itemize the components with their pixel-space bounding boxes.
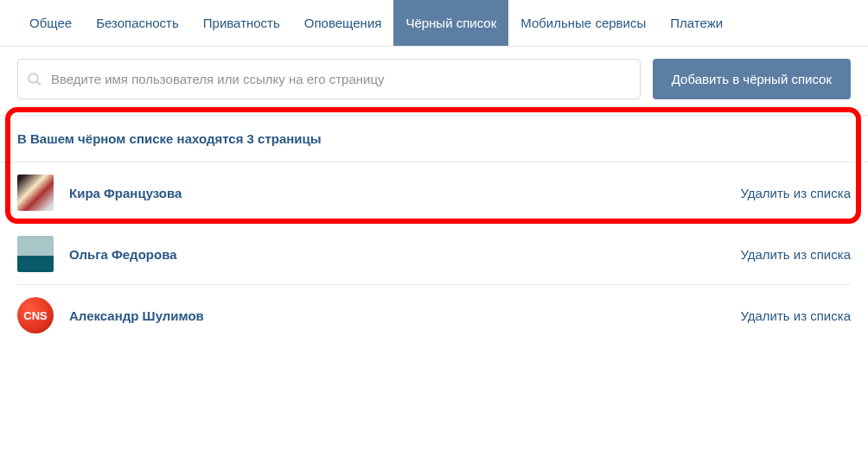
avatar[interactable] bbox=[17, 175, 54, 211]
user-name-link[interactable]: Александр Шулимов bbox=[69, 308, 740, 323]
user-name-link[interactable]: Ольга Федорова bbox=[69, 247, 740, 262]
blacklist-item: CNS Александр Шулимов Удалить из списка bbox=[17, 285, 851, 346]
avatar[interactable] bbox=[17, 236, 54, 272]
tab-security[interactable]: Безопасность bbox=[84, 0, 191, 46]
remove-from-list-link[interactable]: Удалить из списка bbox=[740, 247, 851, 262]
blacklist-count-title: В Вашем чёрном списке находятся 3 страни… bbox=[0, 116, 868, 162]
search-row: Добавить в чёрный список bbox=[0, 47, 868, 116]
tab-general[interactable]: Общее bbox=[17, 0, 84, 46]
svg-line-1 bbox=[36, 81, 41, 86]
settings-tabs: Общее Безопасность Приватность Оповещени… bbox=[0, 0, 868, 47]
remove-from-list-link[interactable]: Удалить из списка bbox=[740, 186, 851, 200]
search-input[interactable] bbox=[51, 60, 631, 98]
avatar[interactable]: CNS bbox=[17, 297, 54, 333]
blacklist: Кира Французова Удалить из списка Ольга … bbox=[0, 162, 868, 346]
tab-blacklist[interactable]: Чёрный список bbox=[393, 0, 508, 46]
blacklist-item: Ольга Федорова Удалить из списка bbox=[17, 224, 851, 285]
svg-point-0 bbox=[29, 73, 38, 83]
tab-privacy[interactable]: Приватность bbox=[191, 0, 292, 46]
remove-from-list-link[interactable]: Удалить из списка bbox=[740, 308, 851, 323]
tab-notifications[interactable]: Оповещения bbox=[292, 0, 394, 46]
search-box[interactable] bbox=[17, 59, 641, 99]
tab-mobile[interactable]: Мобильные сервисы bbox=[508, 0, 658, 46]
blacklist-item: Кира Французова Удалить из списка bbox=[17, 162, 851, 224]
user-name-link[interactable]: Кира Французова bbox=[69, 186, 740, 200]
add-to-blacklist-button[interactable]: Добавить в чёрный список bbox=[653, 59, 851, 99]
tab-payments[interactable]: Платежи bbox=[658, 0, 735, 46]
search-icon bbox=[27, 72, 42, 87]
